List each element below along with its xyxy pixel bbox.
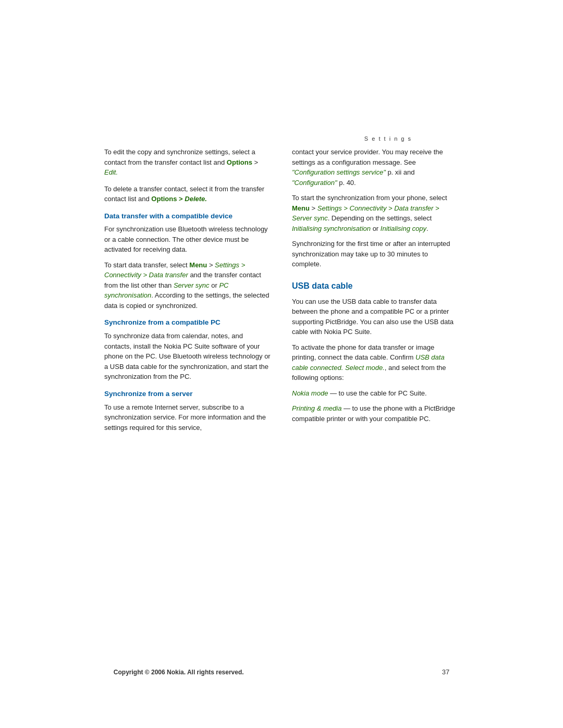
options-bold-1: Options bbox=[227, 158, 252, 166]
section1-heading: Data transfer with a compatible device bbox=[104, 212, 271, 221]
config-link: "Configuration" bbox=[292, 179, 337, 187]
nokia-mode-link: Nokia mode bbox=[292, 389, 328, 397]
footer-page-number: 37 bbox=[442, 668, 449, 676]
edit-italic: Edit. bbox=[104, 168, 118, 176]
server-sync-link: Server sync bbox=[174, 281, 210, 289]
options-bold-2: Options bbox=[151, 195, 177, 203]
config-settings-link: "Configuration settings service" bbox=[292, 168, 386, 176]
right-column: contact your service provider. You may r… bbox=[292, 147, 459, 438]
page: S e t t i n g s To edit the copy and syn… bbox=[0, 0, 563, 728]
usb-heading: USB data cable bbox=[292, 280, 459, 292]
footer-copyright: Copyright © 2006 Nokia. All rights reser… bbox=[114, 669, 244, 676]
left-column: To edit the copy and synchronize setting… bbox=[104, 147, 271, 438]
printing-media-link: Printing & media bbox=[292, 404, 341, 412]
section1-text1: For synchronization use Bluetooth wirele… bbox=[104, 224, 271, 255]
usb-para-2: To activate the phone for data transfer … bbox=[292, 342, 459, 383]
page-footer: Copyright © 2006 Nokia. All rights reser… bbox=[0, 647, 563, 686]
usb-para-1: You can use the USB data cable to transf… bbox=[292, 297, 459, 337]
intro-paragraph-2: To delete a transfer contact, select it … bbox=[104, 184, 271, 204]
section3-heading: Synchronize from a server bbox=[104, 389, 271, 399]
initialising-sync-link: Initialising synchronisation bbox=[292, 225, 371, 232]
usb-option-2: Printing & media — to use the phone with… bbox=[292, 403, 459, 424]
content-area: To edit the copy and synchronize setting… bbox=[0, 147, 563, 438]
menu-bold-1: Menu bbox=[189, 261, 207, 269]
right-para-3: Synchronizing for the first time or afte… bbox=[292, 239, 459, 269]
page-header: S e t t i n g s bbox=[0, 0, 563, 147]
section3-text: To use a remote Internet server, subscri… bbox=[104, 402, 271, 433]
section1-text2: To start data transfer, select Menu > Se… bbox=[104, 260, 271, 311]
header-title: S e t t i n g s bbox=[364, 135, 412, 142]
section2-heading: Synchronize from a compatible PC bbox=[104, 318, 271, 328]
section2-text: To synchronize data from calendar, notes… bbox=[104, 331, 271, 382]
delete-italic: > Delete. bbox=[177, 195, 206, 203]
right-para-2: To start the synchronization from your p… bbox=[292, 193, 459, 233]
usb-option-1: Nokia mode — to use the cable for PC Sui… bbox=[292, 388, 459, 399]
initialising-copy-link: Initialising copy bbox=[381, 225, 426, 232]
right-para-1: contact your service provider. You may r… bbox=[292, 147, 459, 188]
intro1-gt: > bbox=[252, 158, 258, 166]
intro-paragraph-1: To edit the copy and synchronize setting… bbox=[104, 147, 271, 178]
menu-bold-2: Menu bbox=[292, 204, 310, 212]
